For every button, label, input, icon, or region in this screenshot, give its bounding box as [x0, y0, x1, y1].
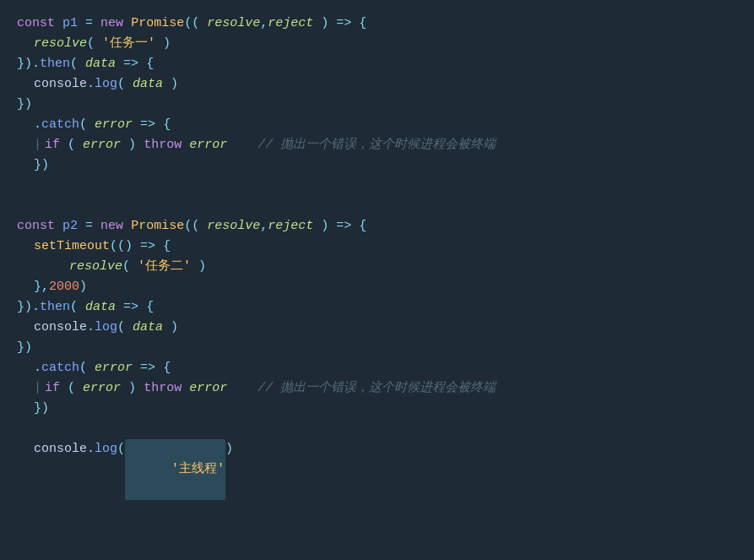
code-line-4: console . log ( data ) — [0, 74, 754, 95]
code-line-2: resolve ( '任务一' ) — [0, 34, 754, 54]
code-editor: const p1 = new Promise (( resolve , reje… — [0, 10, 754, 503]
code-line-7: | if ( error ) throw error // 抛出一个错误，这个时… — [0, 135, 754, 155]
code-line-18: }) — [0, 399, 754, 419]
code-line-8: }) — [0, 155, 754, 176]
code-line-6: . catch ( error => { — [0, 115, 754, 135]
code-line-16: . catch ( error => { — [0, 358, 754, 378]
code-line-10: setTimeout (() => { — [0, 237, 754, 257]
keyword-const: const — [17, 14, 55, 34]
code-line-11: resolve ( '任务二' ) — [0, 257, 754, 277]
code-line-13: }) . then ( data => { — [0, 297, 754, 318]
var-p1: p1 — [62, 14, 78, 34]
code-line-1: const p1 = new Promise (( resolve , reje… — [0, 14, 754, 34]
code-line-12: }, 2000 ) — [0, 277, 754, 297]
code-line-19: console . log ( '主线程' ) — [0, 439, 754, 500]
code-line-5: }) — [0, 95, 754, 115]
code-line-15: }) — [0, 338, 754, 358]
class-promise: Promise — [131, 14, 184, 34]
code-line-17: | if ( error ) throw error // 抛出一个错误，这个时… — [0, 378, 754, 399]
code-line-14: console . log ( data ) — [0, 318, 754, 338]
spacer-3 — [0, 419, 754, 439]
spacer-1 — [0, 176, 754, 196]
spacer-2 — [0, 196, 754, 216]
code-line-3: }) . then ( data => { — [0, 54, 754, 74]
var-p2: p2 — [62, 216, 78, 237]
code-line-9: const p2 = new Promise (( resolve , reje… — [0, 216, 754, 237]
